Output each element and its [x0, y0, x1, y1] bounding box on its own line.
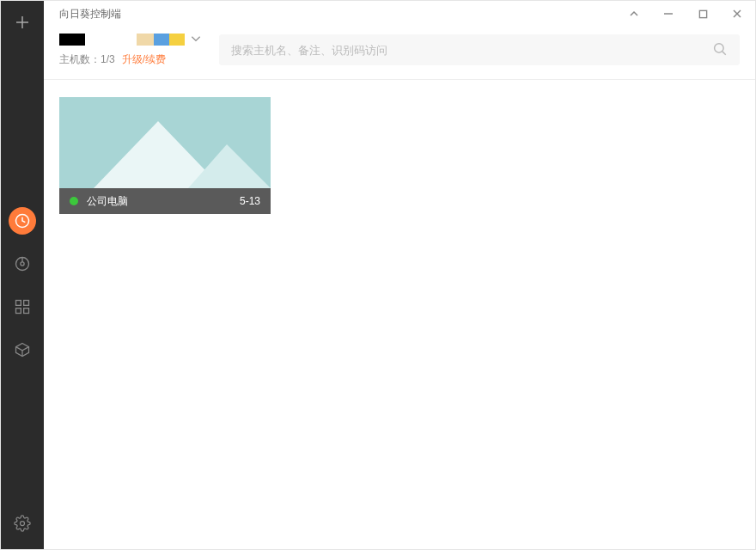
grid-icon: [14, 298, 31, 315]
svg-rect-5: [16, 301, 21, 306]
titlebar: 向日葵控制端: [44, 1, 755, 27]
account-selector[interactable]: [59, 32, 202, 47]
search-input[interactable]: [231, 44, 712, 57]
account-name-redacted: [59, 32, 185, 47]
sidebar: [1, 1, 44, 549]
chevron-down-icon: [190, 33, 202, 47]
add-host-button[interactable]: [1, 1, 44, 44]
content-area: 公司电脑 5-13: [44, 80, 755, 549]
cube-icon: [14, 341, 31, 358]
search-button[interactable]: [712, 41, 728, 59]
collapse-button[interactable]: [626, 6, 642, 21]
host-card-footer: 公司电脑 5-13: [59, 188, 271, 214]
plus-icon: [15, 15, 30, 30]
minimize-icon: [663, 9, 674, 19]
host-count-label: 主机数：1/3: [59, 52, 115, 67]
header: 主机数：1/3 升级/续费: [44, 27, 755, 80]
chevron-up-icon: [629, 9, 639, 19]
svg-line-17: [722, 51, 726, 54]
clock-icon: [14, 212, 31, 229]
nav-discover[interactable]: [9, 250, 36, 278]
search-box[interactable]: [219, 34, 740, 65]
host-date: 5-13: [240, 195, 260, 207]
upgrade-link[interactable]: 升级/续费: [122, 52, 166, 67]
gear-icon: [14, 515, 31, 532]
maximize-button[interactable]: [695, 6, 710, 21]
svg-rect-8: [24, 309, 29, 314]
host-grid: 公司电脑 5-13: [59, 97, 740, 214]
svg-point-16: [715, 43, 724, 52]
close-icon: [732, 9, 742, 19]
host-name: 公司电脑: [87, 194, 240, 209]
window-title: 向日葵控制端: [59, 7, 121, 21]
main-panel: 向日葵控制端: [44, 1, 755, 549]
svg-rect-13: [699, 10, 706, 17]
close-button[interactable]: [729, 6, 745, 21]
nav-box[interactable]: [9, 336, 36, 364]
svg-point-11: [21, 522, 25, 526]
svg-rect-6: [24, 301, 29, 306]
status-indicator-online: [70, 197, 78, 205]
host-card[interactable]: 公司电脑 5-13: [59, 97, 271, 214]
maximize-icon: [698, 9, 708, 19]
search-icon: [712, 41, 728, 57]
svg-point-4: [21, 262, 24, 266]
nav-recent[interactable]: [9, 207, 36, 235]
nav-apps[interactable]: [9, 293, 36, 321]
nav-settings[interactable]: [9, 510, 36, 537]
svg-rect-7: [16, 309, 21, 314]
minimize-button[interactable]: [661, 6, 676, 21]
radar-icon: [14, 255, 31, 272]
